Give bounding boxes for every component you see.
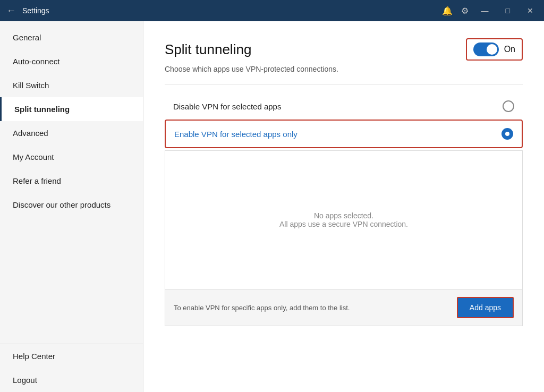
close-button[interactable]: ✕ <box>523 4 538 17</box>
titlebar-title: Settings <box>22 6 49 15</box>
main-content: Split tunneling On Choose which apps use… <box>143 21 544 392</box>
maximize-button[interactable]: □ <box>502 4 514 17</box>
divider-1 <box>165 84 523 84</box>
sidebar-item-kill-switch[interactable]: Kill Switch <box>0 73 143 97</box>
split-tunneling-toggle[interactable] <box>473 42 499 56</box>
back-button[interactable]: ← <box>6 5 16 16</box>
toggle-label: On <box>504 45 515 54</box>
apps-empty-line1: No apps selected. <box>314 211 373 220</box>
minimize-button[interactable]: — <box>477 4 493 17</box>
page-title: Split tunneling <box>165 41 251 58</box>
sidebar-item-logout[interactable]: Logout <box>0 368 143 392</box>
titlebar: ← Settings 🔔 ⚙ — □ ✕ <box>0 0 544 21</box>
toggle-container[interactable]: On <box>466 38 523 61</box>
toggle-thumb <box>487 44 497 55</box>
apps-footer: To enable VPN for specific apps only, ad… <box>165 289 522 326</box>
apps-area: No apps selected. All apps use a secure … <box>165 150 523 326</box>
sidebar-item-my-account[interactable]: My Account <box>0 145 143 169</box>
app-body: General Auto-connect Kill Switch Split t… <box>0 21 544 392</box>
gear-icon[interactable]: ⚙ <box>461 6 469 16</box>
sidebar-item-refer-a-friend[interactable]: Refer a friend <box>0 169 143 193</box>
toggle-track <box>473 42 499 56</box>
apps-footer-text: To enable VPN for specific apps only, ad… <box>174 304 350 312</box>
sidebar-item-auto-connect[interactable]: Auto-connect <box>0 49 143 73</box>
radio-enable-only-label: Enable VPN for selected apps only <box>174 130 298 139</box>
radio-disable-circle <box>503 100 514 112</box>
sidebar-item-discover[interactable]: Discover our other products <box>0 193 143 217</box>
apps-empty-line2: All apps use a secure VPN connection. <box>279 220 408 228</box>
radio-enable-only-circle <box>502 128 513 140</box>
sidebar: General Auto-connect Kill Switch Split t… <box>0 21 143 392</box>
sidebar-item-split-tunneling[interactable]: Split tunneling <box>0 97 143 121</box>
radio-disable-vpn[interactable]: Disable VPN for selected apps <box>165 93 523 120</box>
add-apps-button[interactable]: Add apps <box>457 297 514 318</box>
sidebar-item-general[interactable]: General <box>0 25 143 49</box>
page-subtitle: Choose which apps use VPN-protected conn… <box>165 65 523 73</box>
header-row: Split tunneling On <box>165 38 523 61</box>
sidebar-item-help-center[interactable]: Help Center <box>0 344 143 368</box>
radio-disable-label: Disable VPN for selected apps <box>173 102 281 111</box>
bell-icon[interactable]: 🔔 <box>442 6 453 16</box>
apps-empty-state: No apps selected. All apps use a secure … <box>165 151 522 289</box>
sidebar-item-advanced[interactable]: Advanced <box>0 121 143 145</box>
radio-enable-only[interactable]: Enable VPN for selected apps only <box>165 120 523 148</box>
